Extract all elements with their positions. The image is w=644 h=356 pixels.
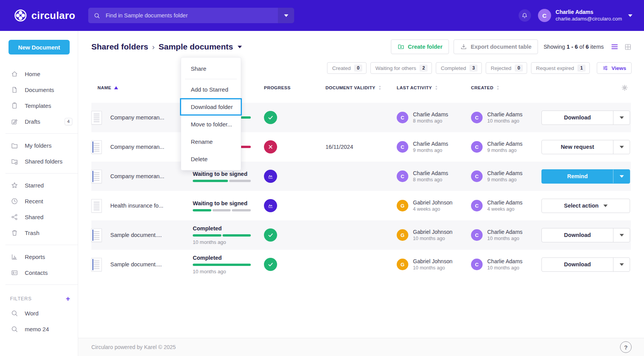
table-row[interactable]: Health insurance fo...Waiting to be sign… [91,191,631,220]
menu-item-download-folder[interactable]: Download folder [181,98,241,116]
status-progress-bar [193,264,251,266]
footer-text: Circularo powered by Karel © 2025 [91,344,176,350]
row-action-caret-icon[interactable] [613,258,630,271]
chip-label: Completed [441,65,466,71]
menu-item-add-to-starred[interactable]: Add to Starred [181,81,241,98]
folder-menu-caret-icon[interactable] [238,46,242,48]
created-cell: CCharlie Adams9 months ago [462,140,533,153]
row-action-download-button[interactable]: Download [542,111,613,124]
export-document-table-button[interactable]: Export document table [454,39,538,54]
row-action-remind-button[interactable]: Remind [542,170,613,183]
sidebar: New Document HomeDocumentsTemplatesDraft… [0,31,78,356]
sidebar-filter-memo-24[interactable]: memo 24 [0,321,78,337]
menu-item-move-to-folder[interactable]: Move to folder... [181,116,241,133]
column-header-last-activity[interactable]: LAST ACTIVITY [388,85,462,90]
sidebar-item-recent[interactable]: Recent [0,193,78,209]
sidebar-item-documents[interactable]: Documents [0,82,78,98]
filter-chip-request-expired[interactable]: Request expired1 [531,62,590,74]
sidebar-item-label: Contacts [25,269,48,276]
filter-chip-created[interactable]: Created0 [327,62,367,74]
column-header-progress[interactable]: PROGRESS [262,85,320,90]
last-activity-cell: CCharlie Adams8 months ago [388,170,462,183]
completed-check-icon [264,228,277,242]
create-folder-button[interactable]: Create folder [391,39,449,54]
document-name[interactable]: Company memoran... [110,173,164,179]
row-action-new-request-button[interactable]: New request [542,140,613,154]
table-row[interactable]: Sample document....Completed10 months ag… [91,220,631,250]
status-progress-bar [193,234,251,237]
sidebar-item-shared[interactable]: Shared [0,209,78,225]
filter-chip-rejected[interactable]: Rejected0 [486,62,527,74]
clipboard-icon [11,102,19,110]
column-header-created[interactable]: CREATED [462,85,533,90]
menu-item-delete[interactable]: Delete [181,150,241,168]
row-action-caret-icon[interactable] [613,140,630,154]
person-time: 9 months ago [487,177,522,183]
action-cell: New request [533,140,630,154]
column-header-document-validity[interactable]: DOCUMENT VALIDITY [320,85,388,90]
filter-chip-completed[interactable]: Completed3 [436,62,482,74]
sort-both-icon [378,85,382,90]
breadcrumb-shared-folders[interactable]: Shared folders [91,42,148,51]
contact-icon [11,269,19,277]
row-action-caret-icon[interactable] [613,111,630,124]
document-thumbnail-icon [91,258,102,271]
notifications-bell-icon[interactable] [519,9,531,22]
sidebar-item-home[interactable]: Home [0,66,78,82]
documents-table: NAME PROGRESS DOCUMENT VALIDITY LAST ACT… [91,82,631,279]
chevron-down-icon[interactable] [628,14,632,17]
search-input[interactable] [105,12,278,19]
sidebar-item-my-folders[interactable]: My folders [0,138,78,153]
table-body: Company memoran...CCharlie Adams8 months… [91,103,631,279]
document-thumbnail-icon [91,140,102,154]
document-name[interactable]: Company memoran... [110,144,164,150]
document-name[interactable]: Sample document.... [110,232,162,238]
global-search[interactable] [88,8,294,23]
sidebar-filter-word[interactable]: Word [0,305,78,321]
status-progress-bar [193,209,251,211]
sidebar-item-starred[interactable]: Starred [0,177,78,193]
row-action-download-button[interactable]: Download [542,228,613,242]
document-name[interactable]: Company memoran... [110,114,164,121]
user-menu[interactable]: C Charlie Adams charlie.adams@circularo.… [538,9,632,22]
app-logo[interactable]: circularo [14,9,75,22]
sidebar-item-templates[interactable]: Templates [0,98,78,114]
list-view-toggle-icon[interactable] [611,43,618,51]
table-row[interactable]: Sample document....Completed10 months ag… [91,250,631,279]
column-header-name[interactable]: NAME [91,85,193,90]
new-document-button[interactable]: New Document [9,40,70,55]
menu-item-rename[interactable]: Rename [181,133,241,150]
help-button[interactable]: ? [620,341,632,353]
breadcrumb-current-folder[interactable]: Sample documents [159,42,233,51]
table-settings-gear-icon[interactable] [533,84,630,91]
filter-chip-waiting-for-others[interactable]: Waiting for others2 [370,62,432,74]
document-name[interactable]: Sample document.... [110,261,162,267]
row-action-caret-icon[interactable] [613,170,630,183]
row-action-select-action-button[interactable]: Select action [542,199,630,213]
folder-plus-icon [397,43,404,50]
sidebar-item-trash[interactable]: Trash [0,225,78,241]
sidebar-item-reports[interactable]: Reports [0,249,78,265]
search-icon [11,325,19,333]
sidebar-item-shared-folders[interactable]: Shared folders [0,153,78,169]
row-action: New request [541,140,630,154]
sidebar-item-contacts[interactable]: Contacts [0,265,78,281]
document-name[interactable]: Health insurance fo... [110,203,163,209]
search-scope-dropdown[interactable] [278,8,294,23]
views-button[interactable]: Views [597,62,632,74]
row-action-download-button[interactable]: Download [542,258,613,271]
action-cell: Download [533,228,630,242]
row-action-caret-icon[interactable] [613,228,630,242]
person-name: Charlie Adams [413,140,448,147]
person-time: 10 months ago [487,118,522,124]
table-row[interactable]: Company memoran...CCharlie Adams8 months… [91,103,631,132]
person-time: 4 weeks ago [413,206,452,212]
sidebar-item-drafts[interactable]: Drafts4 [0,114,78,129]
add-filter-plus-icon[interactable]: + [66,295,70,302]
grid-view-toggle-icon[interactable] [624,43,632,51]
table-row[interactable]: Company memoran...Waiting to be signedCC… [91,162,631,191]
sliders-icon [602,65,608,71]
menu-item-share[interactable]: Share [181,60,241,77]
table-row[interactable]: Company memoran...16/11/2024CCharlie Ada… [91,132,631,162]
action-cell: Download [533,111,630,125]
